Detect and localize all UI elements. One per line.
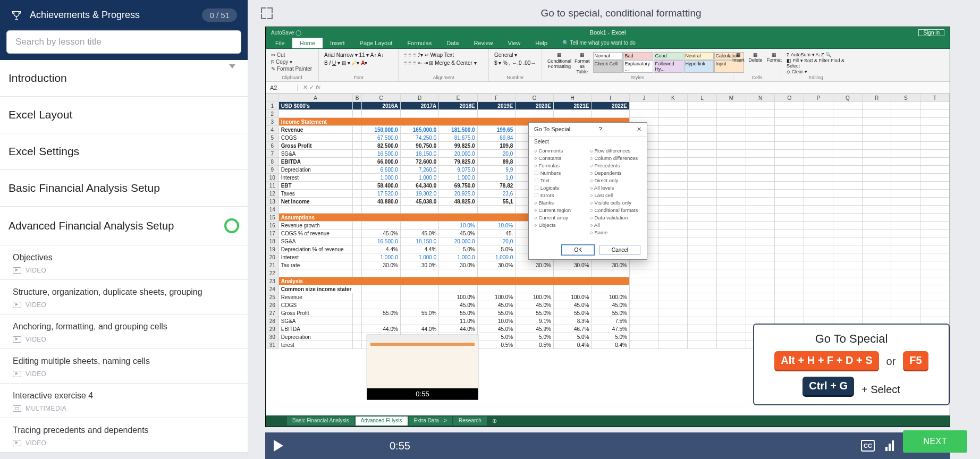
shortcut-callout: Go To Special Alt + H + F + D + S or F5 …: [753, 324, 950, 405]
play-button[interactable]: [274, 440, 283, 452]
ribbon-tab[interactable]: Home: [292, 38, 323, 48]
help-icon[interactable]: ?: [599, 126, 602, 133]
ribbon-tab[interactable]: Data: [439, 38, 466, 48]
radio-option[interactable]: ○ Direct only: [590, 177, 641, 183]
hover-time: 0:55: [367, 388, 478, 400]
video-icon: [13, 302, 21, 308]
ribbon-tab[interactable]: Formulas: [400, 38, 439, 48]
radio-option[interactable]: ○ Visible cells only: [590, 200, 641, 206]
current-time: 0:55: [390, 440, 410, 452]
video-controls: 0:55 CC: [265, 432, 950, 459]
radio-option[interactable]: ○ Conditional formats: [590, 207, 641, 213]
radio-option[interactable]: ○ Data validation: [590, 215, 641, 220]
ribbon-tab[interactable]: 🔍 Tell me what you want to do: [555, 38, 643, 48]
lesson-item[interactable]: Anchoring, formatting, and grouping cell…: [0, 314, 248, 349]
seek-thumbnail: 0:55: [367, 335, 478, 400]
radio-option[interactable]: ○ Row differences: [590, 148, 641, 154]
lesson-titlebar: Go to special, conditional formatting: [248, 0, 980, 27]
callout-title: Go To Special: [815, 332, 888, 346]
video-frame[interactable]: AutoSave ◯ Book1 - Excel Sign in FileHom…: [265, 27, 950, 427]
ok-button[interactable]: OK: [562, 245, 594, 255]
lesson-item[interactable]: Interactive exercise 4 MULTIMEDIA: [0, 384, 248, 418]
radio-option[interactable]: ☐ Text: [534, 177, 586, 183]
main-area: Go to special, conditional formatting Au…: [248, 0, 980, 459]
ribbon-tab[interactable]: Page Layout: [352, 38, 400, 48]
fullscreen-toggle-icon[interactable]: [261, 7, 273, 19]
excel-ribbon: ✂ Cut ⎘ Copy ▾ ✎ Format Painter Clipboar…: [266, 49, 950, 82]
name-box[interactable]: A2✕ ✓ fx: [266, 82, 950, 94]
radio-option[interactable]: ○ Constants: [534, 155, 586, 161]
excel-titlebar: AutoSave ◯ Book1 - Excel Sign in: [266, 27, 950, 38]
radio-option[interactable]: ○ All: [590, 222, 641, 228]
multimedia-icon: [13, 405, 21, 412]
next-button[interactable]: NEXT: [903, 430, 967, 453]
video-icon: [13, 267, 21, 274]
section-introduction[interactable]: Introduction: [0, 60, 248, 97]
search-dropdown-icon[interactable]: [229, 64, 235, 69]
sidebar: Achievements & Progress 0 / 51 Introduct…: [0, 0, 248, 459]
radio-option[interactable]: ○ Dependents: [590, 170, 641, 176]
trophy-icon: [11, 10, 22, 21]
sidebar-title: Achievements & Progress: [30, 10, 140, 21]
key-ctrl-g: Ctrl + G: [802, 377, 854, 397]
ribbon-tab[interactable]: Review: [466, 38, 500, 48]
cancel-button[interactable]: Cancel: [599, 245, 640, 255]
radio-option[interactable]: ○ Comments: [534, 148, 586, 154]
section-progress-icon: [224, 218, 239, 233]
ribbon-tab[interactable]: View: [501, 38, 528, 48]
lesson-item[interactable]: Tracing precedents and dependents VIDEO: [0, 418, 248, 453]
video-icon: [13, 440, 21, 446]
radio-option[interactable]: ○ Column differences: [590, 155, 641, 161]
sheet-tabs[interactable]: Basic Financial AnalysisAdvanced Fi lysi…: [266, 415, 950, 427]
sheet-tab[interactable]: Advanced Fi lysis: [356, 416, 408, 426]
video-player: AutoSave ◯ Book1 - Excel Sign in FileHom…: [265, 27, 950, 459]
go-to-special-dialog: Go To Special?✕ Select ○ Comments○ Const…: [528, 122, 647, 260]
radio-option[interactable]: ○ Same: [590, 230, 641, 235]
radio-option[interactable]: ○ Current region: [534, 207, 586, 213]
radio-option[interactable]: ☐ Numbers: [534, 170, 586, 176]
radio-option[interactable]: ○ Precedents: [590, 163, 641, 168]
close-icon[interactable]: ✕: [637, 126, 641, 133]
signin-button[interactable]: Sign in: [918, 29, 944, 36]
excel-tabs: FileHomeInsertPage LayoutFormulasDataRev…: [266, 38, 950, 49]
lesson-list[interactable]: Introduction Excel Layout Excel Settings…: [0, 60, 248, 459]
search-wrap: [0, 30, 248, 60]
video-icon: [13, 371, 21, 377]
radio-option[interactable]: ○ Objects: [534, 222, 586, 228]
sidebar-header: Achievements & Progress 0 / 51: [0, 0, 248, 30]
video-icon: [13, 336, 21, 343]
sheet-tab[interactable]: Basic Financial Analysis: [287, 416, 354, 426]
search-input[interactable]: [6, 30, 241, 54]
section-basic-setup[interactable]: Basic Financial Analysis Setup: [0, 170, 248, 207]
lesson-item[interactable]: Editing multiple sheets, naming cells VI…: [0, 349, 248, 384]
radio-option[interactable]: ☐ Errors: [534, 192, 586, 198]
section-excel-layout[interactable]: Excel Layout: [0, 97, 248, 133]
lesson-item[interactable]: Go to special, conditional formatting VI…: [0, 453, 248, 459]
volume-button[interactable]: [885, 440, 894, 451]
key-combo: Alt + H + F + D + S: [774, 351, 878, 371]
lesson-item[interactable]: Objectives VIDEO: [0, 245, 248, 280]
radio-option[interactable]: ☐ Logicals: [534, 185, 586, 191]
ribbon-tab[interactable]: Insert: [323, 38, 352, 48]
radio-option[interactable]: ○ Formulas: [534, 163, 586, 168]
radio-option[interactable]: ○ Last cell: [590, 192, 641, 198]
ribbon-tab[interactable]: Help: [528, 38, 555, 48]
section-advanced-setup[interactable]: Advanced Financial Analysis Setup: [0, 207, 248, 245]
radio-option[interactable]: ○ Current array: [534, 215, 586, 220]
ribbon-tab[interactable]: File: [268, 38, 292, 48]
radio-option[interactable]: ○ All levels: [590, 185, 641, 191]
lesson-title: Go to special, conditional formatting: [275, 7, 967, 19]
sheet-tab[interactable]: Research: [453, 416, 487, 426]
sheet-tab[interactable]: Extra Data -->: [409, 416, 453, 426]
section-excel-settings[interactable]: Excel Settings: [0, 133, 248, 170]
key-f5: F5: [903, 351, 928, 371]
progress-badge: 0 / 51: [202, 8, 237, 22]
lesson-item[interactable]: Structure, organization, duplicate sheet…: [0, 280, 248, 314]
radio-option[interactable]: ○ Blanks: [534, 200, 586, 206]
cc-button[interactable]: CC: [861, 440, 875, 452]
